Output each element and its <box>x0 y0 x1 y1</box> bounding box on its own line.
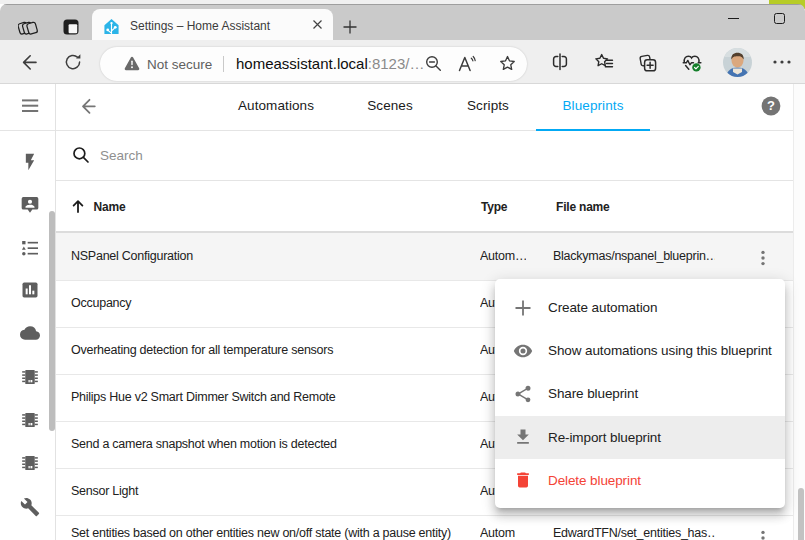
svg-text:?: ? <box>767 98 775 113</box>
